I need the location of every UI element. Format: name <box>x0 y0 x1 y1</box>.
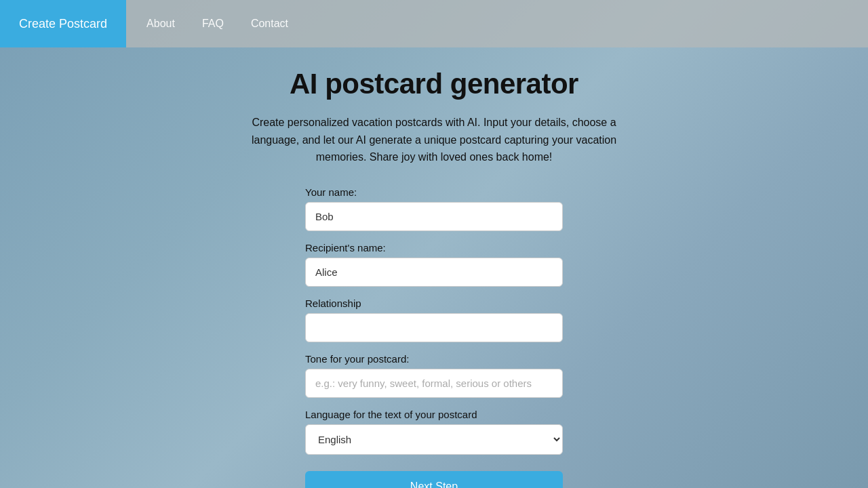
recipient-name-label: Recipient's name: <box>305 242 563 253</box>
tone-group: Tone for your postcard: <box>305 353 563 398</box>
recipient-name-input[interactable] <box>305 258 563 287</box>
navbar: Create Postcard About FAQ Contact <box>0 0 868 47</box>
nav-links: About FAQ Contact <box>126 0 309 47</box>
your-name-input[interactable] <box>305 202 563 231</box>
relationship-input[interactable] <box>305 313 563 342</box>
nav-brand[interactable]: Create Postcard <box>0 0 126 47</box>
page-description: Create personalized vacation postcards w… <box>244 114 624 166</box>
your-name-label: Your name: <box>305 186 563 198</box>
recipient-name-group: Recipient's name: <box>305 242 563 287</box>
nav-link-about[interactable]: About <box>133 18 189 30</box>
language-label: Language for the text of your postcard <box>305 409 563 420</box>
relationship-group: Relationship <box>305 298 563 342</box>
postcard-form: Your name: Recipient's name: Relationshi… <box>305 186 563 488</box>
main-content: AI postcard generator Create personalize… <box>0 47 868 488</box>
next-step-button[interactable]: Next Step <box>305 471 563 488</box>
nav-link-faq[interactable]: FAQ <box>189 18 237 30</box>
language-group: Language for the text of your postcard E… <box>305 409 563 455</box>
relationship-label: Relationship <box>305 298 563 309</box>
your-name-group: Your name: <box>305 186 563 231</box>
page-title: AI postcard generator <box>290 68 578 100</box>
tone-label: Tone for your postcard: <box>305 353 563 365</box>
nav-link-contact[interactable]: Contact <box>237 18 302 30</box>
tone-input[interactable] <box>305 369 563 398</box>
language-select[interactable]: English Spanish French German Italian Po… <box>305 424 563 455</box>
